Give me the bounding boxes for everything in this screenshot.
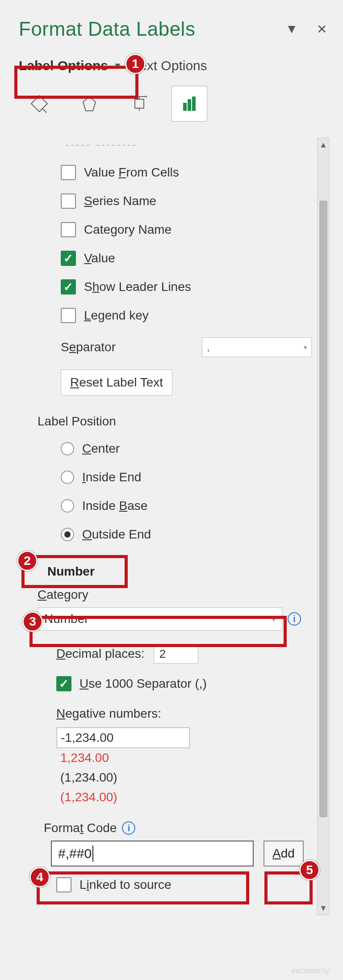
checkbox-icon xyxy=(61,165,76,180)
neg-item[interactable]: (1,234.00) xyxy=(57,787,190,807)
dropdown-caret-icon[interactable]: ▼ xyxy=(283,19,301,39)
checkbox-label: Legend key xyxy=(84,308,149,323)
radio-center[interactable]: Center xyxy=(61,437,312,461)
size-properties-icon[interactable] xyxy=(121,86,157,122)
radio-outside-end[interactable]: Outside End xyxy=(61,522,312,547)
scroll-thumb[interactable] xyxy=(319,201,327,817)
add-button[interactable]: Add xyxy=(264,841,304,866)
checkbox-icon xyxy=(56,877,71,892)
checkbox-legend-key[interactable]: Legend key xyxy=(61,303,312,328)
svg-rect-10 xyxy=(188,99,191,111)
svg-rect-3 xyxy=(135,99,144,108)
radio-label: Outside End xyxy=(82,527,151,542)
checkbox-label: Value xyxy=(84,251,115,265)
effects-icon[interactable] xyxy=(71,86,107,122)
svg-line-1 xyxy=(42,108,46,113)
chevron-down-icon: ▾ xyxy=(115,60,120,72)
neg-item[interactable]: 1,234.00 xyxy=(57,748,190,768)
scroll-down-icon[interactable]: ▼ xyxy=(318,901,329,915)
negative-numbers-list[interactable]: -1,234.00 1,234.00 (1,234.00) (1,234.00) xyxy=(56,727,190,808)
annotation-badge: 2 xyxy=(17,551,38,571)
radio-icon xyxy=(61,499,74,513)
label-position-title: Label Position xyxy=(38,414,312,429)
checkbox-category-name[interactable]: Category Name xyxy=(61,218,312,242)
category-select[interactable]: Number ▾ xyxy=(38,607,282,631)
checkbox-value[interactable]: Value xyxy=(61,246,312,270)
watermark: exceldemy xyxy=(291,966,330,976)
separator-value: , xyxy=(207,341,210,353)
pane-title: Format Data Labels xyxy=(19,18,269,40)
fill-line-icon[interactable] xyxy=(21,86,57,122)
decimal-places-input[interactable]: 2 xyxy=(154,644,198,664)
decimal-places-label: Decimal places: xyxy=(56,647,145,661)
chevron-down-icon: ▾ xyxy=(272,615,276,623)
neg-item[interactable]: -1,234.00 xyxy=(57,728,190,748)
checkbox-series-name[interactable]: Series Name xyxy=(61,189,312,213)
neg-item[interactable]: (1,234.00) xyxy=(57,768,190,787)
checkbox-label: Linked to source xyxy=(79,878,171,892)
category-value: Number xyxy=(44,612,89,626)
info-icon[interactable]: i xyxy=(288,612,301,626)
checkbox-icon xyxy=(61,279,76,294)
checkbox-use-separator[interactable]: Use 1000 Separator (,) xyxy=(56,672,312,696)
negative-numbers-label: Negative numbers: xyxy=(56,707,312,721)
checkbox-icon xyxy=(61,222,76,237)
checkbox-icon xyxy=(61,308,76,323)
separator-label: Separator xyxy=(61,340,116,354)
separator-select[interactable]: , ▾ xyxy=(202,337,312,357)
radio-icon xyxy=(61,442,74,455)
svg-marker-0 xyxy=(31,96,47,112)
tab-label-options-text: Label Options xyxy=(19,58,108,73)
checkbox-icon xyxy=(61,193,76,209)
info-icon[interactable]: i xyxy=(122,821,135,835)
radio-label: Inside End xyxy=(82,470,141,484)
category-label: Category xyxy=(38,588,312,602)
checkbox-label: Show Leader Lines xyxy=(84,280,191,294)
radio-label: Center xyxy=(82,442,120,456)
svg-marker-2 xyxy=(83,97,96,111)
checkbox-leader-lines[interactable]: Show Leader Lines xyxy=(61,275,312,299)
checkbox-icon xyxy=(56,676,71,691)
radio-icon xyxy=(61,471,74,484)
annotation-badge: 3 xyxy=(22,611,43,632)
format-code-value: #,##0 xyxy=(58,846,92,861)
annotation-badge: 4 xyxy=(29,867,50,887)
annotation-badge: 5 xyxy=(299,860,320,880)
chevron-down-icon: ▾ xyxy=(304,344,307,351)
format-code-label: Format Code xyxy=(44,821,117,835)
annotation-badge: 1 xyxy=(125,54,146,74)
checkbox-icon xyxy=(61,251,76,266)
checkbox-label: Value From Cells xyxy=(84,165,179,180)
label-options-icon[interactable] xyxy=(172,86,207,122)
checkbox-label: Series Name xyxy=(84,194,156,208)
checkbox-label: Use 1000 Separator (,) xyxy=(79,677,207,691)
checkbox-label: Category Name xyxy=(84,223,172,237)
label-contains-header: ----- -------- xyxy=(65,138,312,151)
number-section-header[interactable]: Number xyxy=(47,564,312,579)
radio-inside-end[interactable]: Inside End xyxy=(61,465,312,489)
radio-inside-base[interactable]: Inside Base xyxy=(61,494,312,518)
radio-icon xyxy=(61,528,74,541)
scrollbar-vertical[interactable]: ▲ ▼ xyxy=(317,138,330,915)
checkbox-linked-to-source[interactable]: Linked to source xyxy=(56,877,312,892)
radio-label: Inside Base xyxy=(82,499,147,513)
reset-label-text-button[interactable]: Reset Label Text xyxy=(61,370,172,395)
svg-rect-9 xyxy=(183,103,187,111)
close-icon[interactable]: ✕ xyxy=(314,19,330,39)
checkbox-value-from-cells[interactable]: Value From Cells xyxy=(61,160,312,185)
tab-label-options[interactable]: Label Options ▾ xyxy=(19,58,120,73)
format-code-input[interactable]: #,##0 xyxy=(51,841,254,866)
scroll-up-icon[interactable]: ▲ xyxy=(318,138,329,151)
svg-rect-11 xyxy=(192,97,196,111)
